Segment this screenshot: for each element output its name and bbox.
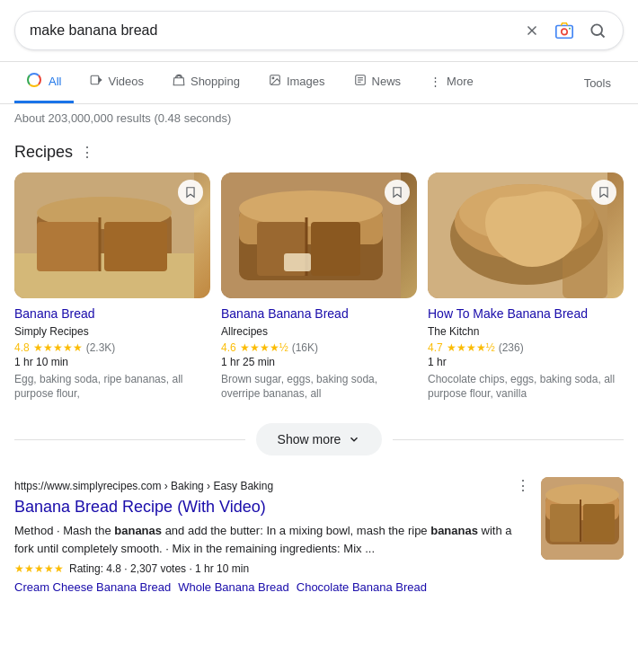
recipe-title-2[interactable]: Banana Banana Bread (221, 305, 417, 323)
tab-images-label: Images (287, 75, 325, 88)
tab-all-label: All (49, 75, 61, 88)
svg-rect-42 (550, 504, 581, 542)
svg-rect-43 (583, 504, 615, 542)
recipe-title-3[interactable]: How To Make Banana Bread (428, 305, 624, 323)
recipe-star-icons-2: ★★★★½ (240, 341, 288, 354)
result-links: Cream Cheese Banana Bread Whole Banana B… (14, 580, 530, 594)
result-title[interactable]: Banana Bread Recipe (With Video) (14, 498, 530, 517)
recipe-image-1 (14, 172, 210, 298)
recipe-ingredients-3: Chocolate chips, eggs, baking soda, all … (428, 372, 624, 402)
svg-rect-30 (311, 222, 360, 276)
recipes-grid: Banana Bread Simply Recipes 4.8 ★★★★★ (2… (14, 172, 624, 402)
result-link-3[interactable]: Chocolate Banana Bread (297, 580, 427, 594)
svg-point-41 (545, 484, 619, 506)
news-icon (354, 74, 367, 89)
recipe-title-1[interactable]: Banana Bread (14, 305, 210, 323)
result-rating-text: Rating: 4.8 · 2,307 votes · 1 hr 10 min (69, 562, 249, 575)
nav-tabs: All Videos Shopping Images News ⋮ More T… (0, 62, 638, 104)
recipes-title: Recipes (14, 143, 73, 162)
result-menu-icon[interactable]: ⋮ (516, 477, 530, 494)
recipe-stars-2: 4.6 (221, 341, 236, 354)
svg-rect-22 (37, 222, 100, 271)
recipe-ingredients-1: Egg, baking soda, ripe bananas, all purp… (14, 372, 210, 402)
svg-point-28 (239, 190, 383, 226)
result-content: https://www.simplyrecipes.com › Baking ›… (14, 477, 530, 594)
recipe-star-icons-3: ★★★★½ (447, 341, 495, 354)
shopping-icon (173, 74, 185, 89)
show-more-button[interactable]: Show more (256, 423, 383, 455)
tab-news[interactable]: News (341, 63, 414, 102)
camera-search-button[interactable] (553, 19, 576, 42)
tab-videos[interactable]: Videos (77, 63, 156, 102)
recipe-rating-3: 4.7 ★★★★½ (236) (428, 341, 624, 354)
search-bar (14, 11, 624, 50)
recipe-review-count-1: (2.3K) (86, 341, 116, 354)
search-button[interactable] (587, 20, 608, 41)
recipe-time-1: 1 hr 10 min (14, 356, 210, 368)
recipe-source-2: Allrecipes (221, 325, 417, 338)
recipe-review-count-3: (236) (499, 341, 524, 354)
svg-point-4 (569, 28, 571, 30)
recipe-ingredients-2: Brown sugar, eggs, baking soda, overripe… (221, 372, 417, 402)
show-more-container: Show more (0, 412, 638, 466)
recipe-time-3: 1 hr (428, 356, 624, 368)
recipe-image-2 (221, 172, 417, 298)
result-link-1[interactable]: Cream Cheese Banana Bread (14, 580, 171, 594)
svg-point-5 (591, 24, 602, 35)
result-meta: ★★★★★ Rating: 4.8 · 2,307 votes · 1 hr 1… (14, 562, 530, 575)
search-bar-container (0, 0, 638, 62)
recipe-stars-3: 4.7 (428, 341, 443, 354)
tab-more[interactable]: ⋮ More (417, 64, 486, 102)
result-snippet: Method · Mash the bananas and add the bu… (14, 522, 530, 557)
chevron-down-icon (348, 433, 360, 446)
recipe-rating-1: 4.8 ★★★★★ (2.3K) (14, 341, 210, 354)
result-url-row: https://www.simplyrecipes.com › Baking ›… (14, 477, 530, 494)
svg-point-3 (562, 29, 567, 34)
bookmark-btn-2[interactable] (385, 180, 410, 205)
svg-rect-2 (556, 26, 572, 39)
tab-more-label: More (447, 75, 474, 88)
result-thumbnail (541, 477, 624, 560)
tab-all[interactable]: All (14, 62, 74, 103)
bookmark-btn-1[interactable] (178, 180, 203, 205)
recipes-section: Recipes ⋮ (0, 132, 638, 412)
svg-rect-7 (92, 75, 100, 84)
recipe-source-1: Simply Recipes (14, 325, 210, 338)
result-with-image: https://www.simplyrecipes.com › Baking ›… (14, 477, 624, 594)
bookmark-btn-3[interactable] (591, 180, 616, 205)
result-url: https://www.simplyrecipes.com › Baking ›… (14, 480, 273, 492)
svg-marker-8 (99, 78, 102, 83)
recipe-card-2[interactable]: Banana Banana Bread Allrecipes 4.6 ★★★★½… (221, 172, 417, 402)
tab-videos-label: Videos (108, 75, 144, 88)
videos-icon (90, 74, 102, 89)
show-more-label: Show more (278, 432, 341, 447)
svg-rect-23 (104, 222, 167, 271)
recipe-image-3 (428, 172, 624, 298)
result-link-2[interactable]: Whole Banana Bread (178, 580, 289, 594)
tab-images[interactable]: Images (256, 63, 338, 102)
search-icons (522, 19, 608, 42)
svg-rect-32 (284, 253, 311, 271)
recipe-card-1[interactable]: Banana Bread Simply Recipes 4.8 ★★★★★ (2… (14, 172, 210, 402)
recipe-source-3: The Kitchn (428, 325, 624, 338)
result-rating-stars: ★★★★★ (14, 562, 64, 575)
recipe-star-icons-1: ★★★★★ (33, 341, 83, 354)
recipe-card-3[interactable]: How To Make Banana Bread The Kitchn 4.7 … (428, 172, 624, 402)
clear-button[interactable] (522, 21, 542, 40)
show-more-line-left (14, 439, 245, 440)
recipes-menu-icon[interactable]: ⋮ (80, 144, 94, 161)
tab-shopping[interactable]: Shopping (160, 63, 253, 102)
search-result-1: https://www.simplyrecipes.com › Baking ›… (0, 466, 638, 605)
tab-shopping-label: Shopping (191, 75, 240, 88)
recipes-header: Recipes ⋮ (14, 143, 624, 162)
search-input[interactable] (30, 22, 522, 39)
recipe-rating-2: 4.6 ★★★★½ (16K) (221, 341, 417, 354)
results-info: About 203,000,000 results (0.48 seconds) (0, 104, 638, 132)
more-icon: ⋮ (430, 75, 441, 88)
svg-line-6 (601, 34, 605, 38)
tab-news-label: News (372, 75, 402, 88)
svg-point-10 (272, 77, 274, 79)
recipe-review-count-2: (16K) (292, 341, 318, 354)
tools-button[interactable]: Tools (572, 66, 624, 101)
recipe-stars-1: 4.8 (14, 341, 30, 354)
